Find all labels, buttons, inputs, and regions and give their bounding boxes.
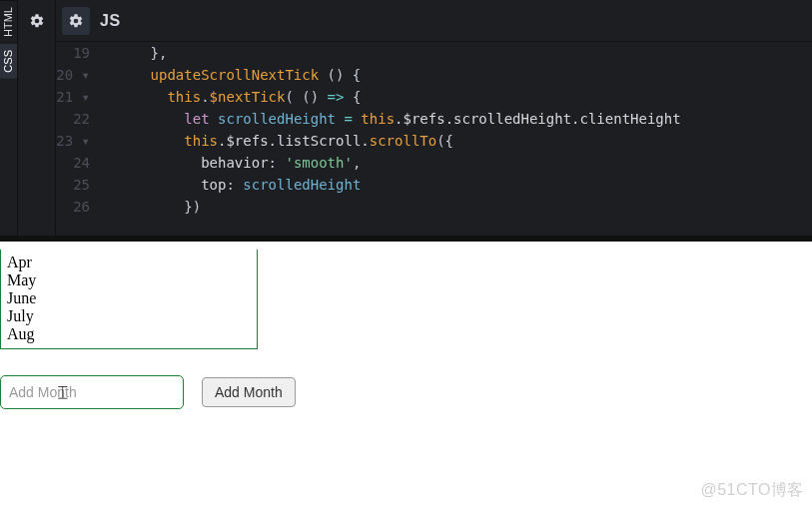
editor-tab-label: JS xyxy=(100,12,121,30)
code-lines[interactable]: }, updateScrollNextTick () { this.$nextT… xyxy=(100,42,812,236)
panel-strip xyxy=(18,0,56,236)
settings-button[interactable] xyxy=(62,7,90,35)
line-number-gutter: 19 20 ▾ 21 ▾ 22 23 ▾ 24 25 26 xyxy=(56,42,100,236)
list-item: May xyxy=(7,271,257,289)
list-item: Apr xyxy=(7,254,257,271)
line-number: 24 xyxy=(56,152,90,174)
month-list[interactable]: Feb Apr May June July Aug xyxy=(0,250,258,349)
input-row: Add Month xyxy=(0,375,296,409)
code-line[interactable]: this.$refs.listScroll.scrollTo({ xyxy=(100,130,812,152)
add-month-button[interactable]: Add Month xyxy=(202,377,296,407)
settings-button-secondary[interactable] xyxy=(18,0,56,42)
add-month-input[interactable] xyxy=(0,375,184,409)
code-line[interactable]: let scrolledHeight = this.$refs.scrolled… xyxy=(100,108,812,130)
code-line[interactable]: this.$nextTick( () => { xyxy=(100,86,812,108)
gear-icon xyxy=(68,13,84,29)
list-item: July xyxy=(7,307,257,325)
line-number: 21 ▾ xyxy=(56,86,90,108)
js-editor-panel: JS 19 20 ▾ 21 ▾ 22 23 ▾ 24 25 26 }, upda… xyxy=(56,0,812,236)
line-number: 19 xyxy=(56,42,90,64)
line-number: 22 xyxy=(56,108,90,130)
editor-tab-header: JS xyxy=(56,0,812,42)
code-editor-panel: HTML CSS JS 19 20 ▾ 21 ▾ 22 23 ▾ 24 25 2… xyxy=(0,0,812,236)
line-number: 25 xyxy=(56,174,90,196)
code-line[interactable]: }) xyxy=(100,196,812,218)
code-body[interactable]: 19 20 ▾ 21 ▾ 22 23 ▾ 24 25 26 }, updateS… xyxy=(56,42,812,236)
code-line[interactable]: updateScrollNextTick () { xyxy=(100,64,812,86)
divider xyxy=(0,236,812,242)
list-item: June xyxy=(7,289,257,307)
line-number: 20 ▾ xyxy=(56,64,90,86)
line-number: 26 xyxy=(56,196,90,218)
gear-icon xyxy=(29,13,45,29)
code-line[interactable]: behavior: 'smooth', xyxy=(100,152,812,174)
preview-pane: Feb Apr May June July Aug Add Month ⌶ @5… xyxy=(0,236,812,507)
code-line[interactable]: }, xyxy=(100,42,812,64)
tab-html[interactable]: HTML xyxy=(0,0,17,43)
code-line[interactable]: top: scrolledHeight xyxy=(100,174,812,196)
vertical-tab-strip: HTML CSS xyxy=(0,0,18,236)
watermark: @51CTO博客 xyxy=(700,480,804,501)
list-item: Aug xyxy=(7,325,257,343)
line-number: 23 ▾ xyxy=(56,130,90,152)
tab-css[interactable]: CSS xyxy=(0,43,17,79)
